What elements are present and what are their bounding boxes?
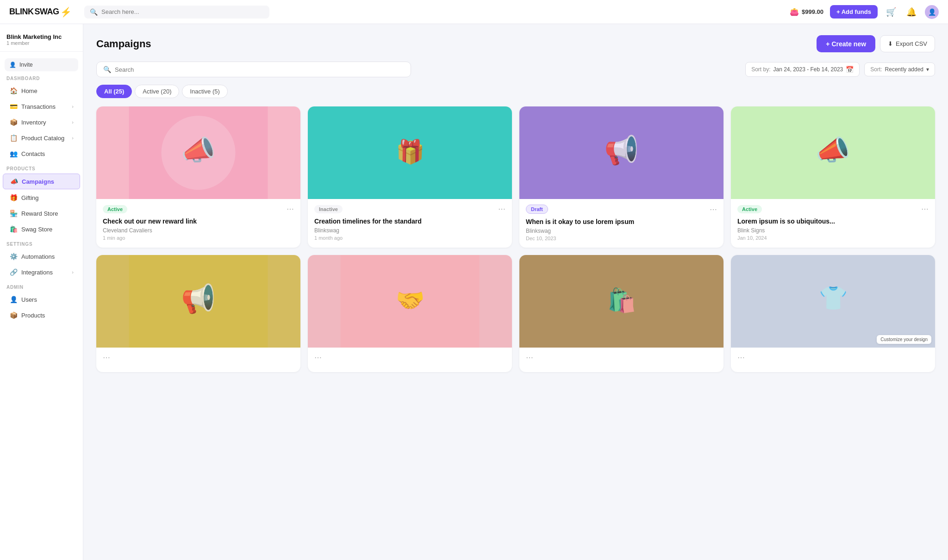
notifications-icon-button[interactable]: 🔔 bbox=[904, 5, 918, 19]
tab-inactive[interactable]: Inactive (5) bbox=[182, 85, 227, 98]
sidebar-item-product-catalog[interactable]: 📋 Product Catalog › bbox=[3, 131, 80, 145]
wallet-icon: 👛 bbox=[790, 7, 799, 16]
card-org: Blinkswag bbox=[526, 228, 717, 234]
campaign-card: 🛍️ ⋯ bbox=[519, 255, 723, 372]
tab-active[interactable]: Active (20) bbox=[135, 85, 179, 98]
products-icon: 📦 bbox=[9, 311, 18, 319]
svg-text:📣: 📣 bbox=[816, 134, 850, 167]
card-menu-button[interactable]: ⋯ bbox=[498, 205, 505, 213]
customize-badge: Customize your design bbox=[877, 335, 931, 344]
sidebar-item-integrations[interactable]: 🔗 Integrations › bbox=[3, 265, 80, 280]
home-icon: 🏠 bbox=[9, 87, 18, 94]
section-label-settings: SETTINGS bbox=[0, 237, 83, 249]
status-badge: Active bbox=[103, 205, 127, 213]
org-block: Blink Marketing Inc 1 member bbox=[0, 30, 83, 52]
org-name: Blink Marketing Inc bbox=[6, 33, 76, 40]
card-time: Dec 10, 2023 bbox=[526, 236, 717, 241]
sidebar-item-reward-store[interactable]: 🏪 Reward Store bbox=[3, 206, 80, 221]
card-image: 🎁 bbox=[308, 106, 512, 199]
avatar[interactable]: 👤 bbox=[925, 5, 939, 19]
chevron-right-icon: › bbox=[72, 135, 74, 141]
calendar-icon: 📅 bbox=[846, 66, 854, 73]
campaign-card: 📢 ⋯ bbox=[96, 255, 300, 372]
svg-text:📢: 📢 bbox=[181, 282, 216, 315]
chevron-right-icon: › bbox=[72, 269, 74, 275]
chevron-down-icon: ▾ bbox=[926, 66, 929, 73]
svg-text:📣: 📣 bbox=[181, 134, 216, 167]
card-menu-button[interactable]: ⋯ bbox=[103, 353, 110, 362]
inventory-icon: 📦 bbox=[9, 118, 18, 126]
wallet-balance: 👛 $999.00 bbox=[790, 7, 823, 16]
section-label-dashboard: DASHBOARD bbox=[0, 71, 83, 83]
add-funds-button[interactable]: + Add funds bbox=[830, 5, 878, 19]
invite-button[interactable]: 👤 Invite bbox=[5, 58, 78, 71]
card-image: 📢 bbox=[96, 255, 300, 348]
card-image: 👕 Customize your design bbox=[731, 255, 935, 348]
automations-icon: ⚙️ bbox=[9, 253, 18, 260]
card-status-row: Active ⋯ bbox=[103, 205, 294, 213]
sidebar-item-inventory[interactable]: 📦 Inventory › bbox=[3, 115, 80, 130]
chevron-right-icon: › bbox=[72, 119, 74, 125]
status-badge: Inactive bbox=[314, 205, 343, 213]
section-label-admin: ADMIN bbox=[0, 280, 83, 292]
chevron-right-icon: › bbox=[72, 104, 74, 109]
card-image: 📣 bbox=[731, 106, 935, 199]
campaign-card: 📣 Active ⋯ Lorem ipsum is so ubiquitous.… bbox=[731, 106, 935, 248]
card-body: ⋯ bbox=[308, 348, 512, 372]
campaign-card: 👕 Customize your design ⋯ bbox=[731, 255, 935, 372]
transactions-icon: 💳 bbox=[9, 103, 18, 110]
create-new-button[interactable]: + Create new bbox=[817, 35, 875, 52]
card-menu-button[interactable]: ⋯ bbox=[526, 353, 533, 362]
page-header: Campaigns + Create new ⬇ Export CSV bbox=[96, 35, 935, 52]
sidebar-item-swag-store[interactable]: 🛍️ Swag Store bbox=[3, 222, 80, 236]
card-body: Active ⋯ Check out our new reward link C… bbox=[96, 199, 300, 247]
sidebar-item-products[interactable]: 📦 Products bbox=[3, 308, 80, 323]
sidebar-item-gifting[interactable]: 🎁 Gifting bbox=[3, 190, 80, 205]
sort-by-date-button[interactable]: Sort by: Jan 24, 2023 - Feb 14, 2023 📅 bbox=[745, 62, 860, 77]
card-menu-button[interactable]: ⋯ bbox=[710, 205, 717, 214]
svg-text:📢: 📢 bbox=[604, 134, 639, 167]
card-image-wrap: 🛍️ bbox=[519, 255, 723, 348]
card-time: 1 min ago bbox=[103, 235, 294, 241]
contacts-icon: 👥 bbox=[9, 150, 18, 157]
campaign-search-wrap[interactable]: 🔍 bbox=[96, 62, 411, 77]
search-icon: 🔍 bbox=[103, 66, 111, 73]
status-badge: Draft bbox=[526, 205, 548, 214]
card-menu-button[interactable]: ⋯ bbox=[921, 205, 929, 213]
top-search-bar[interactable]: 🔍 bbox=[84, 6, 269, 19]
card-org: Blink Signs bbox=[737, 227, 929, 234]
sidebar-item-users[interactable]: 👤 Users bbox=[3, 292, 80, 307]
card-body: Active ⋯ Lorem ipsum is so ubiquitous...… bbox=[731, 199, 935, 247]
card-image: 📢 bbox=[519, 106, 723, 199]
sidebar-item-campaigns[interactable]: 📣 Campaigns bbox=[3, 174, 80, 189]
sidebar-item-automations[interactable]: ⚙️ Automations bbox=[3, 249, 80, 264]
tab-all[interactable]: All (25) bbox=[96, 85, 132, 98]
card-menu-button[interactable]: ⋯ bbox=[287, 205, 294, 213]
page-title: Campaigns bbox=[96, 38, 151, 50]
sidebar-item-transactions[interactable]: 💳 Transactions › bbox=[3, 99, 80, 114]
card-menu-button[interactable]: ⋯ bbox=[314, 353, 322, 362]
svg-text:👕: 👕 bbox=[819, 284, 848, 312]
card-status-row: Draft ⋯ bbox=[526, 205, 717, 214]
gifting-icon: 🎁 bbox=[9, 194, 18, 201]
card-image-wrap: 📣 bbox=[96, 106, 300, 199]
org-sub: 1 member bbox=[6, 40, 76, 46]
card-image-wrap: 🤝 bbox=[308, 255, 512, 348]
card-image: 🤝 bbox=[308, 255, 512, 348]
svg-text:🎁: 🎁 bbox=[396, 138, 425, 166]
card-title: Lorem ipsum is so ubiquitous... bbox=[737, 217, 929, 225]
sort-order-dropdown[interactable]: Sort: Recently added ▾ bbox=[864, 62, 935, 76]
top-search-input[interactable] bbox=[101, 8, 264, 15]
status-badge: Active bbox=[737, 205, 762, 213]
filter-bar: 🔍 Sort by: Jan 24, 2023 - Feb 14, 2023 📅… bbox=[96, 62, 935, 77]
section-label-products: PRODUCTS bbox=[0, 162, 83, 173]
card-menu-button[interactable]: ⋯ bbox=[737, 353, 745, 362]
card-time: 1 month ago bbox=[314, 235, 505, 241]
sidebar-item-contacts[interactable]: 👥 Contacts bbox=[3, 146, 80, 161]
sidebar-item-home[interactable]: 🏠 Home bbox=[3, 83, 80, 98]
export-csv-button[interactable]: ⬇ Export CSV bbox=[880, 35, 935, 52]
campaign-search-input[interactable] bbox=[115, 66, 404, 73]
person-icon: 👤 bbox=[9, 62, 16, 68]
card-status-row: ⋯ bbox=[314, 353, 505, 362]
cart-icon-button[interactable]: 🛒 bbox=[884, 5, 898, 19]
